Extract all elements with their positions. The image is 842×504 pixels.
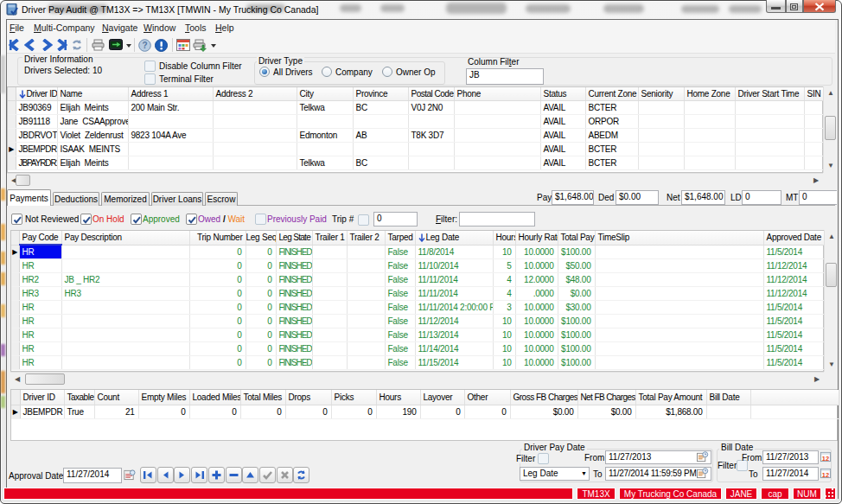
svg-text:12: 12 xyxy=(822,471,829,479)
svg-text:12: 12 xyxy=(822,455,829,463)
svg-text:?: ? xyxy=(142,41,147,50)
